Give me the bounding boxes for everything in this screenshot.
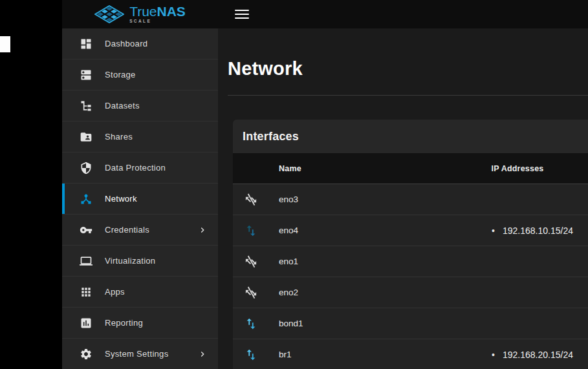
network-hub-icon xyxy=(80,193,93,206)
brand-edition: SCALE xyxy=(129,19,186,24)
bar-chart-icon xyxy=(80,317,93,330)
sidebar-item-credentials[interactable]: Credentials xyxy=(62,215,218,246)
laptop-icon xyxy=(80,255,93,268)
sidebar-item-dashboard[interactable]: Dashboard xyxy=(62,28,218,59)
sidebar-item-label: Credentials xyxy=(105,225,149,235)
sidebar-item-network[interactable]: Network xyxy=(62,184,218,215)
link-down-icon xyxy=(233,193,269,207)
column-header-ip-addresses: IP Addresses xyxy=(447,164,588,173)
truenas-logo[interactable]: TrueNAS SCALE xyxy=(62,5,218,24)
interface-name: eno4 xyxy=(269,226,447,235)
sidebar-item-label: Data Protection xyxy=(105,163,166,173)
shield-icon xyxy=(80,162,93,174)
storage-icon xyxy=(80,69,93,81)
sidebar-item-reporting[interactable]: Reporting xyxy=(62,308,218,339)
ip-address-text: 192.168.10.15/24 xyxy=(503,226,573,236)
interface-row-eno2[interactable]: eno2 xyxy=(233,277,588,308)
sidebar-item-storage[interactable]: Storage xyxy=(62,59,218,90)
interfaces-card-title: Interfaces xyxy=(243,130,299,143)
sidebar-item-apps[interactable]: Apps xyxy=(62,277,218,308)
sidebar-item-label: Apps xyxy=(105,287,125,297)
interface-row-bond1[interactable]: bond1 xyxy=(233,308,588,339)
interfaces-table-header: Name IP Addresses xyxy=(233,153,588,184)
sidebar-item-shares[interactable]: Shares xyxy=(62,121,218,153)
ip-bullet: • xyxy=(492,350,495,360)
interface-name: br1 xyxy=(269,350,447,359)
folder-shared-icon xyxy=(80,131,93,143)
interface-name: eno3 xyxy=(269,195,447,204)
brand-name: TrueNAS xyxy=(129,5,186,18)
topbar: TrueNAS SCALE xyxy=(62,0,588,28)
sidebar-item-system-settings[interactable]: System Settings xyxy=(62,339,218,369)
interfaces-table-body: eno3 eno4 •192.168.10.15/24 eno1 eno2 bo… xyxy=(233,184,588,369)
column-header-name: Name xyxy=(269,164,447,173)
sidebar-item-virtualization[interactable]: Virtualization xyxy=(62,246,218,277)
interface-ip-addresses: •192.168.20.15/24 xyxy=(447,350,588,360)
sidebar-item-label: Virtualization xyxy=(105,256,155,266)
interface-name: bond1 xyxy=(269,319,447,328)
sidebar-item-label: System Settings xyxy=(105,349,168,359)
datasets-tree-icon xyxy=(80,100,93,112)
sidebar-item-label: Shares xyxy=(105,132,133,142)
interface-ip-addresses: •192.168.10.15/24 xyxy=(447,226,588,236)
interfaces-card-header: Interfaces xyxy=(233,120,588,153)
interfaces-card: Interfaces Name IP Addresses eno3 eno4 •… xyxy=(233,120,588,369)
chevron-right-icon xyxy=(197,225,208,235)
truenas-logo-icon xyxy=(94,5,124,23)
sidebar-item-datasets[interactable]: Datasets xyxy=(62,90,218,121)
link-up-icon xyxy=(233,224,269,238)
screen-edge-artifact xyxy=(0,36,10,52)
interface-row-eno1[interactable]: eno1 xyxy=(233,246,588,277)
interface-name: eno1 xyxy=(269,257,447,266)
link-up-icon xyxy=(233,348,269,362)
sidebar-item-label: Dashboard xyxy=(105,39,147,48)
page-title: Network xyxy=(228,58,303,79)
ip-bullet: • xyxy=(492,226,495,236)
interface-row-eno4[interactable]: eno4 •192.168.10.15/24 xyxy=(233,215,588,246)
sidebar-nav: Dashboard Storage Datasets Shares Data P… xyxy=(62,28,218,369)
sidebar-item-label: Network xyxy=(105,194,137,204)
interface-row-eno3[interactable]: eno3 xyxy=(233,184,588,215)
ip-address-text: 192.168.20.15/24 xyxy=(503,350,573,360)
sidebar-item-data-protection[interactable]: Data Protection xyxy=(62,153,218,184)
hamburger-menu-icon[interactable] xyxy=(235,8,249,20)
chevron-right-icon xyxy=(197,349,208,359)
title-divider xyxy=(228,95,588,96)
screen-edge-strip xyxy=(0,0,62,369)
sidebar-item-label: Reporting xyxy=(105,318,143,328)
gear-icon xyxy=(80,348,93,361)
interface-name: eno2 xyxy=(269,288,447,297)
link-up-icon xyxy=(233,317,269,331)
dashboard-icon xyxy=(80,37,93,50)
link-down-icon xyxy=(233,286,269,300)
interface-row-br1[interactable]: br1 •192.168.20.15/24 xyxy=(233,339,588,369)
brand-text: TrueNAS SCALE xyxy=(129,5,186,24)
main-content: Network Interfaces Name IP Addresses eno… xyxy=(218,28,588,369)
apps-grid-icon xyxy=(80,286,93,299)
sidebar-item-label: Storage xyxy=(105,70,136,79)
link-down-icon xyxy=(233,255,269,269)
sidebar-item-label: Datasets xyxy=(105,101,140,111)
key-icon xyxy=(80,224,93,237)
